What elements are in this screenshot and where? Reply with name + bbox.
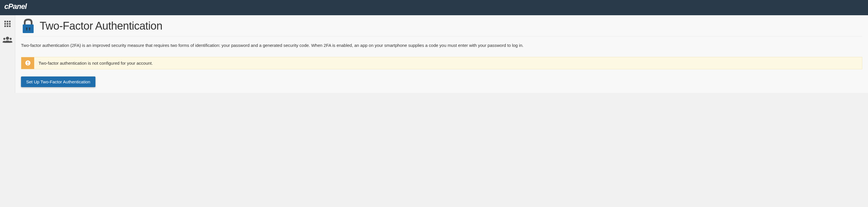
svg-rect-9 — [9, 25, 10, 27]
svg-rect-7 — [4, 25, 6, 27]
content-area: Two-Factor Authentication Two-factor aut… — [15, 15, 868, 93]
svg-point-11 — [3, 38, 5, 40]
svg-rect-6 — [9, 23, 10, 24]
svg-rect-15 — [26, 28, 27, 30]
svg-rect-2 — [7, 21, 8, 22]
cpanel-logo-svg: cPanel — [4, 3, 36, 11]
svg-rect-8 — [7, 25, 8, 27]
svg-rect-19 — [27, 61, 28, 63]
sidebar-users-icon[interactable] — [2, 34, 13, 46]
cpanel-logo[interactable]: cPanel — [4, 3, 36, 13]
svg-point-20 — [27, 64, 28, 65]
page-title: Two-Factor Authentication — [40, 20, 162, 32]
grid-icon — [4, 20, 11, 28]
svg-text:cPanel: cPanel — [4, 3, 27, 11]
warning-icon — [21, 57, 34, 69]
main-area: Two-Factor Authentication Two-factor aut… — [0, 15, 868, 93]
lock-icon — [21, 18, 35, 34]
setup-2fa-button[interactable]: Set Up Two-Factor Authentication — [21, 77, 95, 87]
alert-message: Two-factor authentication is not configu… — [34, 57, 157, 69]
sidebar-grid-icon[interactable] — [2, 18, 13, 30]
page-header: Two-Factor Authentication — [21, 18, 862, 36]
svg-rect-17 — [29, 28, 30, 30]
page-description: Two-factor authentication (2FA) is an im… — [21, 42, 862, 49]
users-icon — [3, 36, 12, 43]
top-header: cPanel — [0, 0, 868, 15]
svg-point-10 — [6, 37, 9, 40]
svg-point-12 — [10, 38, 12, 40]
sidebar — [0, 15, 15, 93]
svg-rect-1 — [4, 21, 6, 22]
svg-rect-4 — [4, 23, 6, 24]
svg-rect-5 — [7, 23, 8, 24]
warning-alert: Two-factor authentication is not configu… — [21, 57, 862, 69]
svg-rect-3 — [9, 21, 10, 22]
svg-rect-13 — [23, 24, 34, 33]
